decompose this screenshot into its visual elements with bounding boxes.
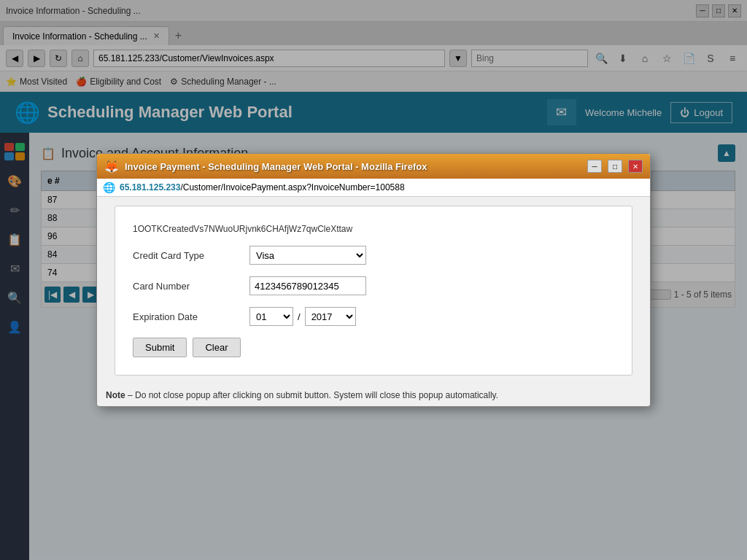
card-number-input[interactable] bbox=[249, 276, 366, 295]
card-number-row: Card Number bbox=[133, 276, 614, 295]
note-label: Note bbox=[106, 390, 125, 400]
modal-titlebar: 🦊 Invoice Payment - Scheduling Manager W… bbox=[97, 154, 650, 179]
modal-close-button[interactable]: ✕ bbox=[628, 160, 643, 173]
modal-overlay: 🦊 Invoice Payment - Scheduling Manager W… bbox=[0, 0, 747, 560]
credit-card-type-label: Credit Card Type bbox=[133, 250, 249, 261]
submit-button[interactable]: Submit bbox=[133, 338, 187, 357]
credit-card-type-row: Credit Card Type VisaMasterCardAmerican … bbox=[133, 246, 614, 265]
modal-body-wrapper: 1OOTKCreatedVs7NWuoURjvnk6CHAfjWz7qwCleX… bbox=[97, 206, 650, 376]
note-text: – Do not close popup after clicking on s… bbox=[128, 390, 498, 400]
modal-addr-lock-icon: 🌐 bbox=[103, 182, 115, 193]
modal-body: 1OOTKCreatedVs7NWuoURjvnk6CHAfjWz7qwCleX… bbox=[115, 206, 632, 376]
form-buttons: Submit Clear bbox=[133, 338, 614, 357]
modal-addr-path: /Customer/InvoicePayment.aspx?InvoiceNum… bbox=[180, 182, 404, 192]
modal-addr-host: 65.181.125.233 bbox=[120, 182, 180, 192]
modal-address-bar: 🌐 65.181.125.233/Customer/InvoicePayment… bbox=[97, 179, 650, 197]
modal-note: Note – Do not close popup after clicking… bbox=[97, 384, 650, 406]
payment-modal: 🦊 Invoice Payment - Scheduling Manager W… bbox=[96, 153, 651, 407]
expiration-date-label: Expiration Date bbox=[133, 311, 249, 322]
card-number-label: Card Number bbox=[133, 281, 249, 292]
expiry-year-select[interactable]: 2017201820192020202120222023 bbox=[305, 307, 356, 326]
modal-title: Invoice Payment - Scheduling Manager Web… bbox=[125, 161, 581, 172]
clear-button[interactable]: Clear bbox=[193, 338, 240, 357]
credit-card-type-select[interactable]: VisaMasterCardAmerican ExpressDiscover bbox=[249, 246, 366, 265]
expiry-separator: / bbox=[298, 311, 301, 322]
modal-minimize-button[interactable]: ─ bbox=[587, 160, 602, 173]
modal-maximize-button[interactable]: □ bbox=[608, 160, 622, 173]
expiration-date-row: Expiration Date 010203040506070809101112… bbox=[133, 307, 614, 326]
modal-token: 1OOTKCreatedVs7NWuoURjvnk6CHAfjWz7qwCleX… bbox=[133, 224, 614, 234]
firefox-icon: 🦊 bbox=[104, 160, 119, 174]
expiry-controls: 010203040506070809101112 / 2017201820192… bbox=[249, 307, 356, 326]
modal-address-text: 65.181.125.233/Customer/InvoicePayment.a… bbox=[120, 182, 405, 192]
expiry-month-select[interactable]: 010203040506070809101112 bbox=[249, 307, 293, 326]
